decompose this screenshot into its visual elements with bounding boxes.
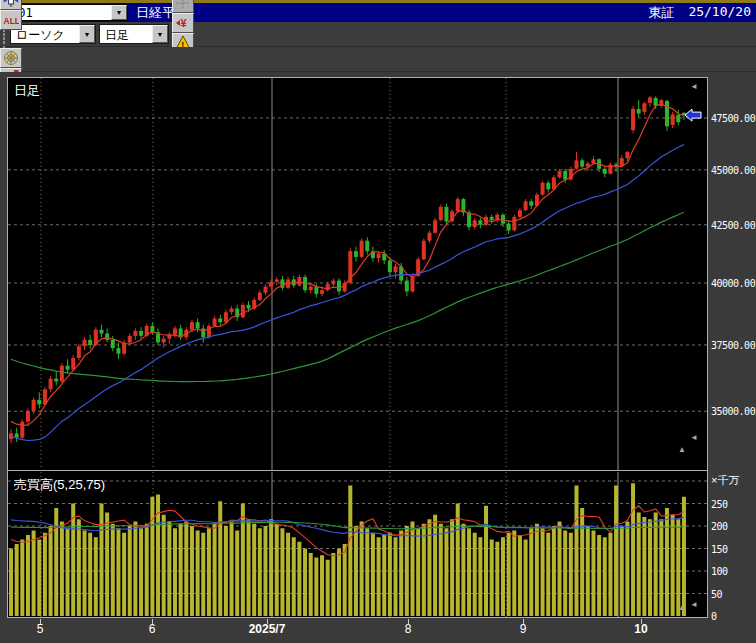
all-icon: ALL (3, 12, 19, 28)
volume-chart[interactable] (8, 472, 707, 617)
exchange-label: 東証 (648, 4, 674, 22)
svg-text:¥: ¥ (181, 17, 188, 29)
toolbar-grip[interactable] (3, 30, 6, 48)
svg-text:ALL: ALL (4, 16, 20, 26)
timeframe-value: 日足 (100, 25, 152, 43)
volume-axis-label: 150 (711, 544, 728, 555)
scroll-up-icon[interactable]: ▲ (678, 446, 686, 454)
crosshair-icon (175, 0, 191, 11)
price-pane-label: 日足 (14, 82, 40, 100)
volume-pane[interactable]: 売買高(5,25,75) (8, 472, 707, 617)
volume-pane-label: 売買高(5,25,75) (14, 476, 105, 494)
price-axis-label: 40000.00 (711, 278, 755, 289)
month-axis-tick (40, 619, 41, 624)
price-axis-label: 47500.00 (711, 113, 755, 124)
volume-axis-label: 250 (711, 499, 728, 510)
chart-frame: 日足 売買高(5,25,75) (7, 77, 708, 618)
chart-area: 日足 売買高(5,25,75) ×千万 47500.0045000.004250… (0, 72, 756, 643)
month-axis-label: 10 (634, 622, 647, 636)
month-axis-tick (267, 619, 268, 624)
yen-button[interactable]: ¥ (172, 13, 194, 33)
crosshair-button[interactable] (172, 0, 194, 13)
toolbar-row-2: ALLLog (0, 47, 756, 72)
chevron-down-icon: ▼ (116, 9, 123, 16)
chevron-down-icon[interactable]: ▼ (79, 25, 95, 43)
price-pane[interactable]: 日足 (8, 78, 707, 471)
scroll-left-icon[interactable]: ◄ (690, 83, 698, 91)
chevron-down-icon[interactable]: ▼ (152, 25, 168, 43)
price-axis-label: 35000.00 (711, 406, 755, 417)
date-label: 25/10/20 (688, 4, 751, 22)
volume-axis-label: 50 (711, 589, 722, 600)
last-price-marker-icon (685, 109, 701, 121)
yen-icon: ¥ (175, 15, 191, 31)
title-bar: ▼ 日経平均 東証 25/10/20 (0, 0, 756, 22)
mesh-button[interactable] (0, 48, 22, 68)
scroll-left-icon[interactable]: ◄ (690, 434, 698, 442)
all-button[interactable]: ALL (0, 10, 22, 30)
volume-axis-label: 0 (711, 611, 717, 622)
month-axis-tick (408, 619, 409, 624)
symbol-dropdown-button[interactable]: ▼ (111, 5, 127, 20)
month-axis-tick (641, 619, 642, 624)
month-axis-tick (152, 619, 153, 624)
volume-axis-label: 200 (711, 521, 728, 532)
volume-unit-label: ×千万 (711, 473, 739, 488)
month-axis-label: 6 (149, 622, 156, 636)
month-axis-label: 2025/7 (249, 622, 286, 636)
month-axis-label: 8 (405, 622, 412, 636)
candle-collapse-icon (3, 0, 19, 8)
scroll-left-icon[interactable]: ◄ (690, 601, 698, 609)
month-axis-label: 5 (37, 622, 44, 636)
month-axis-label: 9 (520, 622, 527, 636)
price-axis-label: 45000.00 (711, 165, 755, 176)
scroll-up-icon[interactable]: ▲ (678, 604, 686, 612)
candle-collapse-button[interactable] (0, 0, 22, 10)
mesh-icon (3, 50, 19, 66)
chart-application-window: ▼ 日経平均 東証 25/10/20 ローソク ▼ 日足 ▼ 2¥! ALLLo… (0, 0, 756, 643)
toolbar-row-1: ローソク ▼ 日足 ▼ 2¥! (0, 22, 756, 47)
price-axis-label: 42500.00 (711, 220, 755, 231)
timeframe-combo[interactable]: 日足 ▼ (99, 24, 169, 44)
price-axis-label: 37500.00 (711, 340, 755, 351)
month-axis-tick (523, 619, 524, 624)
candlestick-chart[interactable] (8, 78, 707, 470)
volume-axis-label: 100 (711, 566, 728, 577)
